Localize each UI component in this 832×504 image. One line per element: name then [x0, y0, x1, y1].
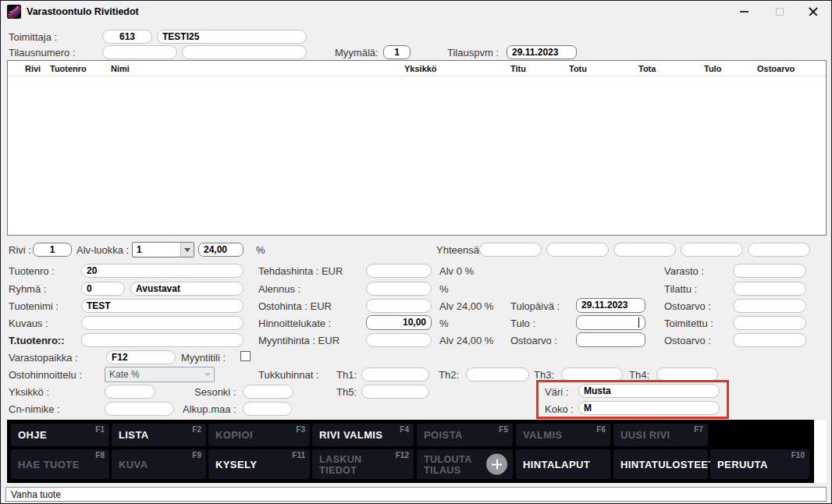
- plus-circle-icon[interactable]: [486, 454, 507, 475]
- laskun-tiedot-button[interactable]: LASKUN TIEDOTF12: [312, 449, 414, 479]
- hintalaput-button[interactable]: HINTALAPUT: [516, 449, 610, 479]
- tuotenro-field[interactable]: 20: [81, 264, 244, 278]
- button-panel-gap: [814, 420, 827, 483]
- ostohinta-field[interactable]: [366, 299, 432, 313]
- kopioi-button[interactable]: KOPIOIF3: [208, 424, 310, 446]
- col-ostoarvo: Ostoarvo: [757, 64, 795, 73]
- poista-button[interactable]: POISTAF5: [417, 424, 513, 446]
- myyntihinta-alv-label: Alv 24,00 %: [439, 335, 493, 346]
- th2-field[interactable]: [466, 367, 529, 382]
- ostohinta-alv-label: Alv 24,00 %: [439, 300, 493, 312]
- alv-luokka-value: 1: [137, 244, 142, 255]
- title-bar: Varastoontulo Rivitiedot: [1, 1, 831, 23]
- peruuta-button[interactable]: PERUUTAF10: [710, 449, 809, 479]
- ostohinnoittelu-select[interactable]: Kate %: [105, 367, 215, 382]
- tuotenimi-field[interactable]: TEST: [81, 299, 244, 313]
- col-yksikko: Yksikkö: [404, 64, 437, 73]
- varasto-field[interactable]: [733, 264, 806, 278]
- myyntitili-checkbox[interactable]: [240, 351, 251, 361]
- tukkuhinnat-label: Tukkuhinnat :: [258, 369, 319, 381]
- toimittaja-name-field[interactable]: TESTI25: [157, 30, 307, 44]
- yksikko-label: Yksikkö :: [9, 386, 49, 398]
- uusi-rivi-button[interactable]: UUSI RIVIF7: [613, 424, 708, 446]
- toimitettu-field[interactable]: [733, 316, 806, 330]
- alv-luokka-select[interactable]: 1: [132, 242, 194, 257]
- kuvaus-field[interactable]: [81, 316, 244, 330]
- ostoarvo-right1-field[interactable]: [733, 299, 806, 313]
- minimize-icon: [740, 11, 748, 12]
- tehdashinta-field[interactable]: [366, 264, 432, 278]
- yhteensa-field-5[interactable]: [748, 243, 810, 257]
- alennus-field[interactable]: [366, 282, 432, 296]
- tuotenimi-label: Tuotenimi :: [9, 300, 59, 312]
- ostohinnoittelu-value: Kate %: [109, 369, 140, 380]
- ostohinnoittelu-label: Ostohinnoittelu :: [9, 369, 82, 381]
- hinnoittelukate-field[interactable]: 10,00: [366, 315, 432, 330]
- tulo-field[interactable]: [576, 315, 645, 330]
- app-window: Varastoontulo Rivitiedot Toimittaja : 61…: [0, 0, 832, 504]
- ryhma-label: Ryhmä :: [9, 283, 46, 295]
- varastopaikka-field[interactable]: F12: [106, 350, 176, 364]
- myyntihinta-field[interactable]: [366, 333, 432, 347]
- kysely-button[interactable]: KYSELYF11: [208, 449, 310, 479]
- rows-table[interactable]: Rivi Tuotenro Nimi Yksikkö Titu Totu Tot…: [7, 60, 827, 236]
- myymala-field[interactable]: 1: [383, 45, 411, 59]
- valmis-button[interactable]: VALMISF6: [516, 424, 610, 446]
- tilattu-field[interactable]: [733, 282, 806, 296]
- chevron-down-icon[interactable]: [180, 243, 194, 257]
- ryhma-name-field[interactable]: Avustavat: [130, 282, 244, 296]
- cn-nimike-label: Cn-nimike :: [9, 403, 60, 415]
- yhteensa-field-3[interactable]: [613, 243, 676, 257]
- tilausnumero-field-1[interactable]: [102, 45, 177, 59]
- tulouta-tilaus-button[interactable]: TULOUTA TILAUS: [417, 449, 513, 479]
- ryhma-code-field[interactable]: 0: [81, 282, 125, 296]
- hintatulosteet-button[interactable]: HINTATULOSTEET: [613, 449, 708, 479]
- tulopaiva-field[interactable]: 29.11.2023: [576, 298, 645, 313]
- alv-luokka-label: Alv-luokka :: [76, 244, 129, 256]
- alkup-maa-field[interactable]: [243, 402, 292, 416]
- vari-label: Väri :: [545, 386, 568, 398]
- maximize-icon: [776, 8, 784, 16]
- kuva-button[interactable]: KUVAF9: [112, 449, 206, 479]
- ostoarvo-right2-field[interactable]: [733, 333, 806, 347]
- yksikko-field[interactable]: [105, 385, 155, 399]
- close-button[interactable]: [795, 1, 830, 23]
- myyntihinta-label: Myyntihinta : EUR: [258, 335, 340, 346]
- alv-percent-field[interactable]: 24,00: [198, 243, 244, 257]
- minimize-button[interactable]: [727, 1, 762, 23]
- th3-field[interactable]: [561, 367, 623, 382]
- toimittaja-code-field[interactable]: 613: [102, 30, 152, 44]
- yhteensa-field-2[interactable]: [546, 243, 609, 257]
- yhteensa-field-1[interactable]: [479, 243, 542, 257]
- tulopaiva-label: Tulopäivä :: [510, 300, 560, 312]
- tilausnumero-label: Tilausnumero :: [9, 47, 76, 59]
- ohje-button[interactable]: OHJEF1: [11, 424, 109, 446]
- alv-percent-sign: %: [256, 244, 265, 256]
- varasto-label: Varasto :: [664, 265, 704, 277]
- yhteensa-field-4[interactable]: [681, 243, 743, 257]
- rivi-valmis-button[interactable]: RIVI VALMISF4: [312, 424, 414, 446]
- ostoarvo-mid-label: Ostoarvo :: [510, 335, 557, 346]
- col-tulo: Tulo: [704, 64, 721, 73]
- ostoarvo-mid-field[interactable]: [576, 332, 645, 347]
- sesonki-field[interactable]: [243, 385, 293, 399]
- rivi-field[interactable]: 1: [33, 243, 72, 257]
- tilauspvm-field[interactable]: 29.11.2023: [507, 45, 577, 59]
- cn-nimike-field[interactable]: [105, 402, 174, 416]
- col-nimi: Nimi: [111, 64, 130, 73]
- t-tuotenro-field[interactable]: [81, 333, 244, 347]
- th2-label: Th2:: [439, 369, 459, 381]
- tuotenro-label: Tuotenro :: [9, 265, 55, 277]
- rivi-label: Rivi :: [9, 244, 31, 256]
- maximize-button[interactable]: [762, 1, 797, 23]
- koko-field[interactable]: M: [578, 401, 720, 415]
- col-tuotenro: Tuotenro: [50, 64, 87, 73]
- th5-field[interactable]: [361, 385, 429, 399]
- th4-field[interactable]: [656, 367, 718, 382]
- toimittaja-label: Toimittaja :: [9, 31, 57, 43]
- lista-button[interactable]: LISTAF2: [112, 424, 206, 446]
- hae-tuote-button[interactable]: HAE TUOTEF8: [11, 449, 109, 479]
- tilausnumero-field-2[interactable]: [182, 45, 307, 59]
- vari-field[interactable]: Musta: [578, 384, 720, 398]
- th1-field[interactable]: [361, 367, 429, 382]
